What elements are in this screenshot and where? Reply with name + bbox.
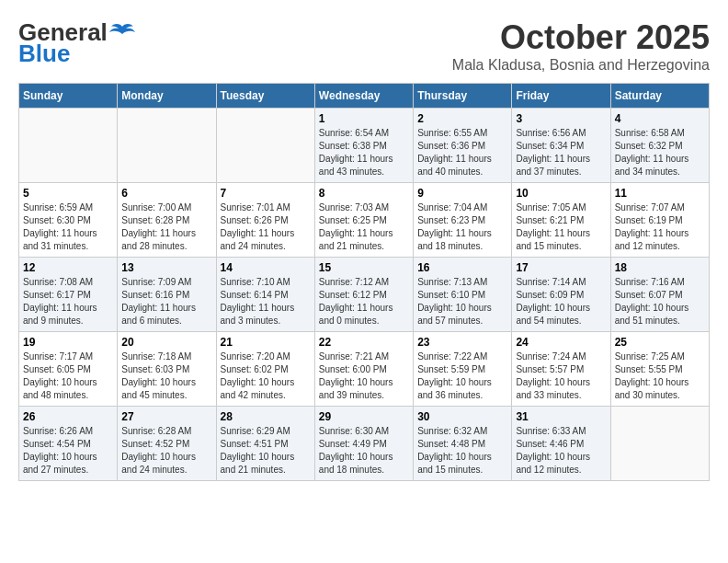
day-info: Sunrise: 6:32 AMSunset: 4:48 PMDaylight:… (417, 425, 507, 477)
calendar-cell-4-1: 19Sunrise: 7:17 AMSunset: 6:05 PMDayligh… (19, 332, 118, 407)
calendar-cell-4-6: 24Sunrise: 7:24 AMSunset: 5:57 PMDayligh… (512, 332, 610, 407)
calendar-cell-2-6: 10Sunrise: 7:05 AMSunset: 6:21 PMDayligh… (512, 183, 610, 258)
day-info: Sunrise: 6:59 AMSunset: 6:30 PMDaylight:… (23, 201, 113, 253)
calendar-cell-4-3: 21Sunrise: 7:20 AMSunset: 6:02 PMDayligh… (216, 332, 314, 407)
day-info: Sunrise: 6:33 AMSunset: 4:46 PMDaylight:… (516, 425, 606, 477)
calendar-cell-1-7: 4Sunrise: 6:58 AMSunset: 6:32 PMDaylight… (610, 109, 709, 183)
day-number: 1 (319, 112, 409, 125)
day-info: Sunrise: 6:55 AMSunset: 6:36 PMDaylight:… (417, 127, 507, 178)
calendar-cell-3-1: 12Sunrise: 7:08 AMSunset: 6:17 PMDayligh… (19, 258, 118, 332)
calendar-cell-3-2: 13Sunrise: 7:09 AMSunset: 6:16 PMDayligh… (118, 258, 216, 332)
day-number: 13 (121, 261, 211, 274)
day-number: 7 (221, 187, 311, 200)
day-number: 4 (615, 112, 705, 125)
day-number: 27 (121, 410, 211, 423)
day-info: Sunrise: 7:22 AMSunset: 5:59 PMDaylight:… (417, 350, 507, 402)
day-info: Sunrise: 6:54 AMSunset: 6:38 PMDaylight:… (319, 127, 409, 178)
calendar-cell-1-1 (19, 109, 118, 183)
calendar-cell-2-1: 5Sunrise: 6:59 AMSunset: 6:30 PMDaylight… (19, 183, 118, 258)
page-header: General Blue October 2025 Mala Kladusa, … (18, 18, 710, 74)
day-info: Sunrise: 7:17 AMSunset: 6:05 PMDaylight:… (23, 350, 113, 402)
day-number: 3 (516, 112, 606, 125)
calendar-cell-2-7: 11Sunrise: 7:07 AMSunset: 6:19 PMDayligh… (610, 183, 709, 258)
col-sunday: Sunday (19, 84, 118, 109)
day-info: Sunrise: 7:00 AMSunset: 6:28 PMDaylight:… (121, 201, 211, 253)
day-number: 9 (417, 187, 507, 200)
day-info: Sunrise: 6:28 AMSunset: 4:52 PMDaylight:… (121, 425, 211, 477)
day-number: 18 (615, 261, 705, 274)
logo: General Blue (18, 18, 135, 68)
calendar-week-1: 1Sunrise: 6:54 AMSunset: 6:38 PMDaylight… (19, 109, 710, 183)
day-info: Sunrise: 7:01 AMSunset: 6:26 PMDaylight:… (221, 201, 311, 253)
day-info: Sunrise: 7:25 AMSunset: 5:55 PMDaylight:… (615, 350, 705, 402)
calendar-week-2: 5Sunrise: 6:59 AMSunset: 6:30 PMDaylight… (19, 183, 710, 258)
day-number: 19 (23, 336, 113, 349)
calendar-cell-5-4: 29Sunrise: 6:30 AMSunset: 4:49 PMDayligh… (314, 407, 413, 481)
calendar-week-5: 26Sunrise: 6:26 AMSunset: 4:54 PMDayligh… (19, 407, 710, 481)
calendar-cell-3-4: 15Sunrise: 7:12 AMSunset: 6:12 PMDayligh… (314, 258, 413, 332)
day-info: Sunrise: 7:14 AMSunset: 6:09 PMDaylight:… (516, 276, 606, 327)
calendar-week-4: 19Sunrise: 7:17 AMSunset: 6:05 PMDayligh… (19, 332, 710, 407)
day-info: Sunrise: 7:18 AMSunset: 6:03 PMDaylight:… (121, 350, 211, 402)
day-info: Sunrise: 7:13 AMSunset: 6:10 PMDaylight:… (417, 276, 507, 327)
day-number: 22 (319, 336, 409, 349)
logo-bird-icon (109, 23, 135, 43)
subtitle: Mala Kladusa, Bosnia and Herzegovina (452, 57, 710, 74)
day-number: 8 (319, 187, 409, 200)
calendar-table: Sunday Monday Tuesday Wednesday Thursday… (18, 83, 710, 481)
day-info: Sunrise: 6:26 AMSunset: 4:54 PMDaylight:… (23, 425, 113, 477)
day-number: 11 (615, 187, 705, 200)
day-info: Sunrise: 7:21 AMSunset: 6:00 PMDaylight:… (319, 350, 409, 402)
calendar-cell-1-6: 3Sunrise: 6:56 AMSunset: 6:34 PMDaylight… (512, 109, 610, 183)
col-monday: Monday (118, 84, 216, 109)
day-info: Sunrise: 6:29 AMSunset: 4:51 PMDaylight:… (221, 425, 311, 477)
calendar-cell-5-1: 26Sunrise: 6:26 AMSunset: 4:54 PMDayligh… (19, 407, 118, 481)
calendar-cell-2-3: 7Sunrise: 7:01 AMSunset: 6:26 PMDaylight… (216, 183, 314, 258)
day-number: 24 (516, 336, 606, 349)
day-info: Sunrise: 7:24 AMSunset: 5:57 PMDaylight:… (516, 350, 606, 402)
day-number: 28 (221, 410, 311, 423)
day-number: 6 (121, 187, 211, 200)
day-info: Sunrise: 7:09 AMSunset: 6:16 PMDaylight:… (121, 276, 211, 327)
calendar-cell-2-2: 6Sunrise: 7:00 AMSunset: 6:28 PMDaylight… (118, 183, 216, 258)
day-number: 29 (319, 410, 409, 423)
calendar-cell-2-4: 8Sunrise: 7:03 AMSunset: 6:25 PMDaylight… (314, 183, 413, 258)
logo-blue: Blue (18, 40, 70, 68)
day-number: 5 (23, 187, 113, 200)
calendar-cell-2-5: 9Sunrise: 7:04 AMSunset: 6:23 PMDaylight… (414, 183, 512, 258)
calendar-cell-4-4: 22Sunrise: 7:21 AMSunset: 6:00 PMDayligh… (314, 332, 413, 407)
col-wednesday: Wednesday (314, 84, 413, 109)
col-saturday: Saturday (610, 84, 709, 109)
day-info: Sunrise: 6:30 AMSunset: 4:49 PMDaylight:… (319, 425, 409, 477)
day-info: Sunrise: 7:03 AMSunset: 6:25 PMDaylight:… (319, 201, 409, 253)
day-number: 10 (516, 187, 606, 200)
day-number: 12 (23, 261, 113, 274)
calendar-cell-4-5: 23Sunrise: 7:22 AMSunset: 5:59 PMDayligh… (414, 332, 512, 407)
day-info: Sunrise: 7:07 AMSunset: 6:19 PMDaylight:… (615, 201, 705, 253)
calendar-cell-3-6: 17Sunrise: 7:14 AMSunset: 6:09 PMDayligh… (512, 258, 610, 332)
calendar-cell-4-7: 25Sunrise: 7:25 AMSunset: 5:55 PMDayligh… (610, 332, 709, 407)
day-info: Sunrise: 7:05 AMSunset: 6:21 PMDaylight:… (516, 201, 606, 253)
calendar-cell-1-3 (216, 109, 314, 183)
calendar-cell-1-4: 1Sunrise: 6:54 AMSunset: 6:38 PMDaylight… (314, 109, 413, 183)
calendar-cell-5-5: 30Sunrise: 6:32 AMSunset: 4:48 PMDayligh… (414, 407, 512, 481)
day-number: 15 (319, 261, 409, 274)
day-info: Sunrise: 6:58 AMSunset: 6:32 PMDaylight:… (615, 127, 705, 178)
day-number: 16 (417, 261, 507, 274)
day-number: 26 (23, 410, 113, 423)
day-number: 14 (221, 261, 311, 274)
day-info: Sunrise: 7:10 AMSunset: 6:14 PMDaylight:… (221, 276, 311, 327)
title-section: October 2025 Mala Kladusa, Bosnia and He… (452, 18, 710, 74)
day-number: 31 (516, 410, 606, 423)
day-info: Sunrise: 7:16 AMSunset: 6:07 PMDaylight:… (615, 276, 705, 327)
day-number: 30 (417, 410, 507, 423)
calendar-header-row: Sunday Monday Tuesday Wednesday Thursday… (19, 84, 710, 109)
calendar-cell-3-3: 14Sunrise: 7:10 AMSunset: 6:14 PMDayligh… (216, 258, 314, 332)
day-number: 2 (417, 112, 507, 125)
day-number: 25 (615, 336, 705, 349)
day-number: 17 (516, 261, 606, 274)
calendar-cell-1-5: 2Sunrise: 6:55 AMSunset: 6:36 PMDaylight… (414, 109, 512, 183)
day-number: 23 (417, 336, 507, 349)
col-friday: Friday (512, 84, 610, 109)
day-info: Sunrise: 6:56 AMSunset: 6:34 PMDaylight:… (516, 127, 606, 178)
